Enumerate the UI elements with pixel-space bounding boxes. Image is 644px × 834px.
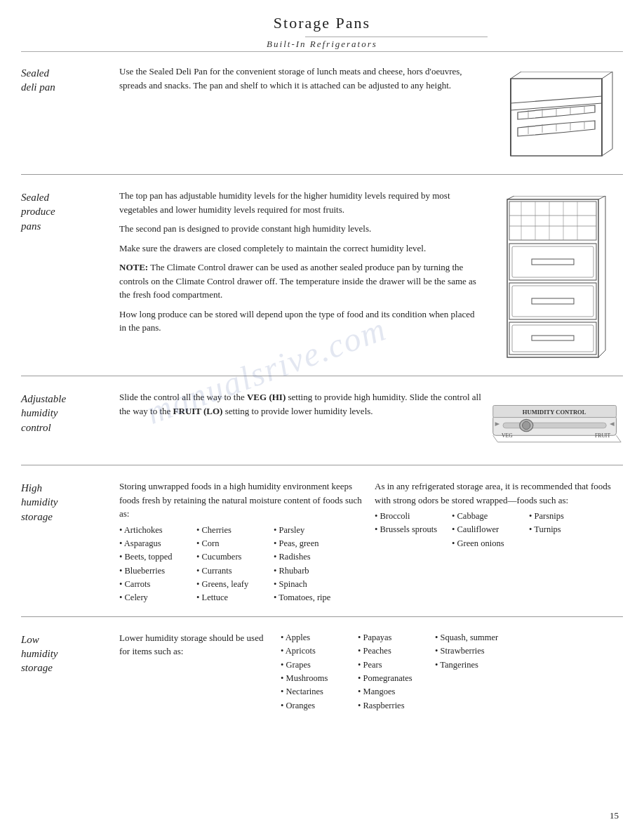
high-humidity-list2: Cherries Corn Cucumbers Currants Greens,…: [196, 524, 268, 605]
produce-pans-p3: Make sure the drawers are closed complet…: [119, 241, 483, 256]
deli-pan-text: Use the Sealed Deli Pan for the convenie…: [119, 65, 483, 92]
low-humidity-col3: Squash, summer Strawberries Tangerines: [435, 631, 512, 713]
svg-rect-34: [532, 298, 574, 304]
section-deli-pan: Sealed deli pan Use the Sealed Deli Pan …: [21, 58, 623, 167]
list-item: Greens, leafy: [196, 578, 268, 591]
page-subtitle: Built-In Refrigerators: [156, 39, 488, 50]
svg-rect-36: [512, 325, 593, 352]
low-humidity-list1: Apples Apricots Grapes Mushrooms Nectari…: [281, 631, 352, 713]
svg-line-15: [511, 72, 521, 79]
humidity-control-text: Slide the control all the way to the VEG…: [119, 390, 483, 418]
list-item: Parsnips: [529, 510, 601, 523]
svg-rect-35: [509, 322, 596, 355]
high-humidity-col1: Artichokes Asparagus Beets, topped Blueb…: [119, 524, 196, 605]
deli-pan-label: Sealed deli pan: [21, 65, 119, 163]
produce-pans-label: Sealed produce pans: [21, 189, 119, 364]
high-humidity-left: Storing unwrapped foods in a high humidi…: [119, 479, 368, 605]
svg-rect-37: [532, 336, 574, 340]
svg-rect-32: [509, 283, 596, 319]
list-item: Raspberries: [358, 699, 429, 713]
humidity-control-image: HUMIDITY CONTROL VEG FRUIT: [483, 390, 623, 454]
page-title: Storage Pans: [156, 14, 488, 32]
svg-line-53: [493, 435, 498, 442]
list-item: Strawberries: [435, 644, 507, 658]
list-item: Beets, topped: [119, 550, 191, 564]
list-item: Spinach: [274, 578, 345, 591]
deli-pan-image: [483, 65, 623, 163]
svg-rect-21: [509, 201, 596, 240]
low-humidity-content: Lower humidity storage should be used fo…: [119, 631, 623, 713]
list-item: Nectarines: [281, 685, 352, 699]
high-humidity-left-intro: Storing unwrapped foods in a high humidi…: [119, 479, 368, 521]
list-item: Cucumbers: [196, 550, 268, 564]
deli-pan-svg: [497, 72, 616, 163]
list-item: Grapes: [281, 658, 352, 672]
high-humidity-col2: Cherries Corn Cucumbers Currants Greens,…: [196, 524, 274, 605]
svg-line-42: [598, 350, 605, 357]
page: manualsrive.com Storage Pans Built-In Re…: [0, 0, 644, 834]
deli-pan-content: Use the Sealed Deli Pan for the convenie…: [119, 65, 483, 163]
list-item: Carrots: [119, 578, 191, 591]
list-item: Apples: [281, 631, 352, 644]
section-high-humidity: High humidity storage Storing unwrapped …: [21, 472, 623, 609]
high-humidity-food-lists: Artichokes Asparagus Beets, topped Blueb…: [119, 524, 368, 605]
high-humidity-right-food-lists: Broccoli Brussels sprouts Cabbage Caulif…: [375, 510, 623, 550]
note-text: The Climate Control drawer can be used a…: [119, 262, 476, 300]
produce-pans-content: The top pan has adjustable humidity leve…: [119, 189, 483, 364]
produce-pans-p1: The top pan has adjustable humidity leve…: [119, 189, 483, 216]
svg-line-3: [511, 96, 602, 103]
list-item: Cherries: [196, 524, 268, 537]
svg-rect-31: [532, 259, 574, 265]
header-line-top: [305, 37, 488, 37]
list-item: Asparagus: [119, 537, 191, 550]
list-item: Cauliflower: [452, 523, 523, 536]
low-humidity-columns: Lower humidity storage should be used fo…: [119, 631, 623, 713]
humidity-ctrl-svg: HUMIDITY CONTROL VEG FRUIT: [490, 397, 623, 454]
low-humidity-col1: Apples Apricots Grapes Mushrooms Nectari…: [281, 631, 358, 713]
list-item: Mushrooms: [281, 672, 352, 685]
high-humidity-list1: Artichokes Asparagus Beets, topped Blueb…: [119, 524, 191, 605]
section-low-humidity: Low humidity storage Lower humidity stor…: [21, 624, 623, 717]
produce-pans-image: [483, 189, 623, 364]
section-humidity-control: Adjustable humidity control Slide the co…: [21, 383, 623, 458]
high-humidity-col3: Parsley Peas, green Radishes Rhubarb Spi…: [274, 524, 351, 605]
high-humidity-right-col3: Parsnips Turnips: [529, 510, 606, 550]
list-item: Cabbage: [452, 510, 523, 523]
svg-line-54: [617, 435, 622, 442]
low-humidity-intro-col: Lower humidity storage should be used fo…: [119, 631, 274, 713]
humidity-control-label: Adjustable humidity control: [21, 390, 119, 454]
list-item: Peaches: [358, 644, 429, 658]
produce-pans-p4: How long produce can be stored will depe…: [119, 307, 483, 335]
produce-pans-svg: [497, 196, 616, 364]
list-item: Lettuce: [196, 591, 268, 604]
list-item: Apricots: [281, 644, 352, 658]
list-item: Parsley: [274, 524, 345, 537]
svg-rect-30: [512, 246, 593, 277]
divider-2: [21, 376, 623, 376]
svg-rect-46: [503, 423, 606, 428]
divider-1: [21, 174, 623, 175]
svg-text:FRUIT: FRUIT: [595, 432, 610, 439]
list-item: Rhubarb: [274, 564, 345, 578]
note-label: NOTE:: [119, 262, 148, 272]
list-item: Corn: [196, 537, 268, 550]
high-humidity-right-list1: Broccoli Brussels sprouts: [375, 510, 446, 537]
svg-rect-0: [511, 79, 602, 156]
high-humidity-content: Storing unwrapped foods in a high humidi…: [119, 479, 623, 605]
low-humidity-intro: Lower humidity storage should be used fo…: [119, 631, 274, 658]
list-item: Squash, summer: [435, 631, 507, 644]
header-line-bottom: [21, 51, 623, 52]
svg-rect-20: [507, 199, 598, 357]
list-item: Artichokes: [119, 524, 191, 537]
low-humidity-list3: Squash, summer Strawberries Tangerines: [435, 631, 507, 672]
list-item: Pears: [358, 658, 429, 672]
list-item: Mangoes: [358, 685, 429, 699]
list-item: Celery: [119, 591, 191, 604]
divider-3: [21, 465, 623, 465]
svg-line-19: [602, 149, 612, 156]
high-humidity-right: As in any refrigerated storage area, it …: [375, 479, 623, 605]
high-humidity-label: High humidity storage: [21, 479, 119, 605]
list-item: Tangerines: [435, 658, 507, 672]
low-humidity-lists: Apples Apricots Grapes Mushrooms Nectari…: [281, 631, 623, 713]
page-header: Storage Pans Built-In Refrigerators: [21, 14, 623, 52]
